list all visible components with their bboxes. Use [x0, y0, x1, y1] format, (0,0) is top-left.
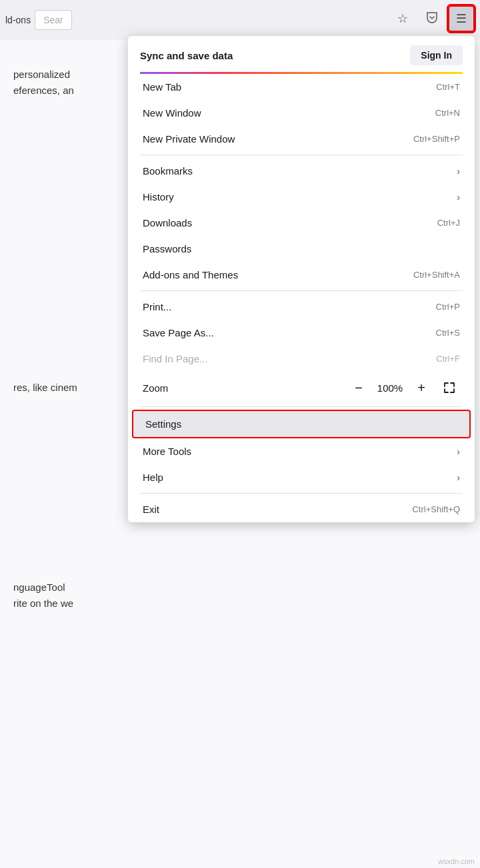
- sync-header: Sync and save data Sign In: [128, 36, 475, 72]
- bg-content-2: res, like cinem: [0, 366, 133, 409]
- search-bar-bg: Sear: [35, 10, 72, 30]
- bg-content-3: nguageTool rite on the we: [0, 566, 133, 625]
- new-window-label: New Window: [143, 107, 201, 119]
- bookmarks-arrow: ›: [457, 166, 460, 177]
- bookmark-icon-button[interactable]: ☆: [389, 5, 416, 32]
- chevron-right-icon: ›: [457, 446, 460, 457]
- sync-title: Sync and save data: [140, 50, 233, 61]
- help-label: Help: [143, 472, 163, 483]
- divider-1: [140, 155, 463, 155]
- save-page-label: Save Page As...: [143, 327, 214, 338]
- more-tools-arrow: ›: [457, 446, 460, 457]
- menu-item-history[interactable]: History ›: [131, 184, 472, 210]
- bg-text-4: nguageTool: [13, 580, 120, 596]
- new-tab-label: New Tab: [143, 81, 181, 93]
- chevron-right-icon: ›: [457, 192, 460, 203]
- menu-item-print[interactable]: Print... Ctrl+P: [131, 294, 472, 320]
- new-window-shortcut: Ctrl+N: [435, 108, 460, 118]
- menu-item-addons[interactable]: Add-ons and Themes Ctrl+Shift+A: [131, 262, 472, 288]
- menu-item-help[interactable]: Help ›: [131, 464, 472, 490]
- menu-item-settings[interactable]: Settings: [132, 410, 471, 438]
- exit-shortcut: Ctrl+Shift+Q: [412, 504, 460, 514]
- more-tools-label: More Tools: [143, 446, 191, 457]
- chevron-right-icon: ›: [457, 166, 460, 177]
- menu-item-save-page[interactable]: Save Page As... Ctrl+S: [131, 320, 472, 346]
- divider-2: [140, 290, 463, 291]
- menu-item-new-tab[interactable]: New Tab Ctrl+T: [131, 74, 472, 100]
- bookmarks-label: Bookmarks: [143, 165, 193, 177]
- passwords-label: Passwords: [143, 243, 191, 254]
- history-arrow: ›: [457, 192, 460, 203]
- watermark: wsxdn.com: [438, 857, 475, 865]
- new-private-window-label: New Private Window: [143, 133, 235, 145]
- pocket-icon-button[interactable]: [419, 5, 445, 32]
- print-shortcut: Ctrl+P: [436, 302, 460, 312]
- bookmark-icon: ☆: [397, 11, 408, 26]
- addon-text: ld-ons: [5, 15, 31, 25]
- menu-item-downloads[interactable]: Downloads Ctrl+J: [131, 210, 472, 236]
- hamburger-menu-button[interactable]: ☰: [448, 5, 475, 32]
- addons-shortcut: Ctrl+Shift+A: [413, 270, 460, 280]
- history-label: History: [143, 191, 174, 203]
- firefox-menu: Sync and save data Sign In New Tab Ctrl+…: [128, 36, 475, 522]
- zoom-percent-display: 100%: [376, 382, 404, 394]
- bg-content-1: personalized eferences, an: [0, 53, 133, 112]
- bg-text-3: res, like cinem: [13, 380, 120, 396]
- sign-in-button[interactable]: Sign In: [410, 45, 463, 65]
- pocket-icon: [425, 11, 439, 27]
- addons-label: Add-ons and Themes: [143, 269, 238, 280]
- zoom-label: Zoom: [143, 382, 168, 394]
- bg-text-1: personalized: [13, 67, 120, 83]
- menu-item-new-private-window[interactable]: New Private Window Ctrl+Shift+P: [131, 126, 472, 152]
- zoom-in-button[interactable]: +: [411, 377, 432, 398]
- bg-text-5: rite on the we: [13, 596, 120, 612]
- save-page-shortcut: Ctrl+S: [436, 328, 460, 338]
- settings-label: Settings: [145, 418, 181, 430]
- exit-label: Exit: [143, 504, 159, 515]
- zoom-row: Zoom − 100% +: [131, 372, 472, 404]
- menu-item-passwords[interactable]: Passwords: [131, 236, 472, 262]
- bg-text-2: eferences, an: [13, 83, 120, 99]
- print-label: Print...: [143, 301, 171, 312]
- find-label: Find In Page...: [143, 353, 208, 364]
- divider-3: [140, 406, 463, 407]
- new-private-window-shortcut: Ctrl+Shift+P: [413, 134, 460, 144]
- divider-4: [140, 493, 463, 494]
- menu-item-bookmarks[interactable]: Bookmarks ›: [131, 158, 472, 184]
- downloads-label: Downloads: [143, 217, 192, 228]
- menu-item-more-tools[interactable]: More Tools ›: [131, 438, 472, 464]
- find-shortcut: Ctrl+F: [436, 354, 460, 364]
- zoom-out-button[interactable]: −: [348, 377, 369, 398]
- menu-item-new-window[interactable]: New Window Ctrl+N: [131, 100, 472, 126]
- hamburger-icon: ☰: [456, 11, 467, 26]
- chevron-right-icon: ›: [457, 472, 460, 483]
- help-arrow: ›: [457, 472, 460, 483]
- zoom-fullscreen-button[interactable]: [439, 377, 460, 398]
- new-tab-shortcut: Ctrl+T: [436, 82, 460, 92]
- menu-item-exit[interactable]: Exit Ctrl+Shift+Q: [131, 496, 472, 522]
- zoom-controls: − 100% +: [348, 377, 460, 398]
- downloads-shortcut: Ctrl+J: [437, 218, 460, 228]
- menu-item-find[interactable]: Find In Page... Ctrl+F: [131, 346, 472, 372]
- toolbar-icons: ☆ ☰: [389, 5, 475, 32]
